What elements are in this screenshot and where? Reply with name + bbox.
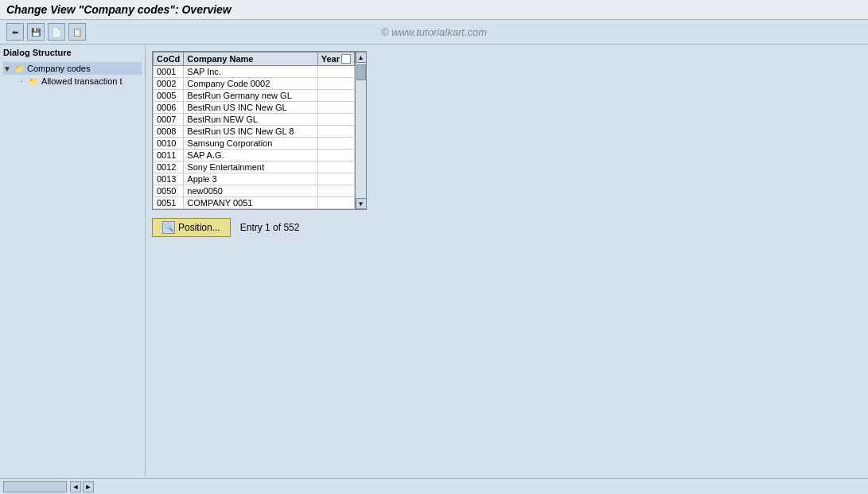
folder-icon-allowed: 📁 — [28, 76, 39, 87]
cell-year — [317, 102, 354, 114]
table-row[interactable]: 0012Sony Entertainment — [154, 161, 355, 173]
cell-year — [317, 126, 354, 138]
save-button[interactable]: 💾 — [27, 23, 45, 41]
col-header-code: CoCd — [154, 53, 184, 66]
table-header-row: CoCd Company Name Year — [154, 53, 355, 66]
cell-code: 0050 — [154, 185, 184, 197]
tree-item-company-codes[interactable]: ▼ 📁 Company codes — [3, 62, 142, 75]
table-row[interactable]: 0051COMPANY 0051 — [154, 197, 355, 209]
cell-year — [317, 90, 354, 102]
status-bar: ◄ ► — [0, 478, 868, 494]
dialog-structure-panel: Dialog Structure ▼ 📁 Company codes · 📁 A… — [0, 45, 146, 476]
company-codes-table: CoCd Company Name Year — [152, 51, 367, 210]
status-box — [3, 481, 67, 492]
cell-code: 0008 — [154, 126, 184, 138]
cell-name: BestRun US INC New GL — [184, 102, 317, 114]
toolbar: ⬅ 💾 📄 📋 © www.tutorialkart.com — [0, 20, 868, 45]
scroll-up-button[interactable]: ▲ — [356, 52, 367, 63]
cell-code: 0010 — [154, 138, 184, 150]
position-label: Position... — [178, 222, 220, 233]
title-bar: Change View "Company codes": Overview — [0, 0, 868, 20]
cell-name: new0050 — [184, 185, 317, 197]
position-button[interactable]: 🔍 Position... — [152, 218, 231, 237]
table-row[interactable]: 0006BestRun US INC New GL — [154, 102, 355, 114]
position-area: 🔍 Position... Entry 1 of 552 — [152, 218, 862, 237]
table-row[interactable]: 0050new0050 — [154, 185, 355, 197]
cell-code: 0012 — [154, 161, 184, 173]
content-area: CoCd Company Name Year — [146, 45, 868, 476]
table-row[interactable]: 0002Company Code 0002 — [154, 78, 355, 90]
cell-year — [317, 173, 354, 185]
cell-code: 0001 — [154, 66, 184, 78]
title-text: Change View "Company codes": Overview — [6, 3, 232, 16]
table-row[interactable]: 0001SAP Inc. — [154, 66, 355, 78]
table-row[interactable]: 0007BestRun NEW GL — [154, 114, 355, 126]
cell-year — [317, 161, 354, 173]
cell-name: SAP A.G. — [184, 150, 317, 161]
cell-name: Company Code 0002 — [184, 78, 317, 90]
table-row[interactable]: 0010Samsung Corporation — [154, 138, 355, 150]
table-row[interactable]: 0013Apple 3 — [154, 173, 355, 185]
cell-code: 0011 — [154, 150, 184, 161]
cell-code: 0013 — [154, 173, 184, 185]
tree-toggle-company-codes: ▼ — [3, 64, 11, 73]
col-header-name: Company Name — [184, 53, 317, 66]
table-row[interactable]: 0011SAP A.G. — [154, 150, 355, 161]
position-icon: 🔍 — [162, 221, 175, 234]
table-row[interactable]: 0008BestRun US INC New GL 8 — [154, 126, 355, 138]
cell-year — [317, 138, 354, 150]
tree-item-allowed-transactions[interactable]: · 📁 Allowed transaction t — [18, 75, 142, 88]
tree-label-allowed: Allowed transaction t — [41, 76, 123, 86]
watermark: © www.tutorialkart.com — [381, 26, 487, 38]
scroll-track — [356, 63, 366, 198]
cell-name: Sony Entertainment — [184, 161, 317, 173]
status-nav: ◄ ► — [70, 481, 94, 492]
cell-name: Apple 3 — [184, 173, 317, 185]
main-layout: Dialog Structure ▼ 📁 Company codes · 📁 A… — [0, 45, 868, 476]
cell-name: COMPANY 0051 — [184, 197, 317, 209]
cell-year — [317, 197, 354, 209]
dialog-structure-title: Dialog Structure — [3, 48, 142, 57]
new-button[interactable]: 📄 — [48, 23, 65, 41]
cell-year — [317, 66, 354, 78]
cell-code: 0007 — [154, 114, 184, 126]
scroll-down-button[interactable]: ▼ — [356, 198, 367, 209]
cell-name: SAP Inc. — [184, 66, 317, 78]
status-left: ◄ ► — [3, 481, 94, 492]
nav-next-button[interactable]: ► — [83, 481, 94, 492]
folder-icon-company-codes: 📁 — [14, 63, 25, 74]
cell-code: 0051 — [154, 197, 184, 209]
tree-toggle-allowed: · — [18, 77, 25, 86]
table-scrollbar[interactable]: ▲ ▼ — [355, 52, 366, 209]
cell-name: BestRun Germany new GL — [184, 90, 317, 102]
cell-code: 0002 — [154, 78, 184, 90]
other-button[interactable]: 📋 — [68, 23, 86, 41]
cell-code: 0005 — [154, 90, 184, 102]
nav-prev-button[interactable]: ◄ — [70, 481, 81, 492]
cell-year — [317, 185, 354, 197]
entry-info: Entry 1 of 552 — [240, 222, 300, 233]
cell-year — [317, 78, 354, 90]
cell-name: BestRun NEW GL — [184, 114, 317, 126]
cell-name: BestRun US INC New GL 8 — [184, 126, 317, 138]
scroll-thumb[interactable] — [356, 64, 366, 80]
cell-code: 0006 — [154, 102, 184, 114]
col-header-year: Year — [317, 53, 354, 66]
back-button[interactable]: ⬅ — [6, 23, 24, 41]
cell-year — [317, 114, 354, 126]
year-header-checkbox[interactable] — [341, 54, 351, 64]
cell-year — [317, 150, 354, 161]
tree-label-company-codes: Company codes — [27, 64, 91, 73]
cell-name: Samsung Corporation — [184, 138, 317, 150]
table-row[interactable]: 0005BestRun Germany new GL — [154, 90, 355, 102]
